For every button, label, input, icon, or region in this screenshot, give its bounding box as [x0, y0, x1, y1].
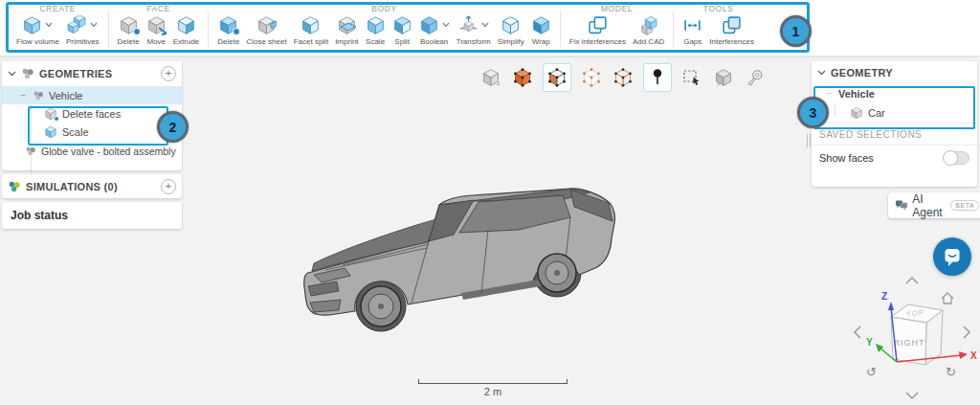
panel-resize-handle[interactable]: [807, 134, 811, 147]
rotate-up-chevron[interactable]: [906, 278, 918, 283]
close-sheet-icon: [256, 15, 277, 35]
toolbar-divider: [560, 11, 561, 47]
chevron-down-icon[interactable]: [45, 22, 53, 28]
flow-volume-button[interactable]: Flow volume: [16, 14, 59, 46]
chevron-down-icon[interactable]: [90, 22, 98, 28]
car-geometry-icon: [850, 106, 863, 120]
tree-item-vehicle-right[interactable]: ⌐ Vehicle: [812, 84, 977, 102]
group-label-model: MODEL: [569, 4, 665, 13]
simplify-icon: [501, 15, 521, 35]
show-faces-toggle[interactable]: [944, 151, 969, 165]
wrap-button[interactable]: Wrap: [531, 14, 551, 46]
rotate-ccw-icon[interactable]: ↺: [866, 365, 877, 379]
tree-item-car[interactable]: Car: [812, 102, 977, 123]
rotate-cw-icon[interactable]: ↻: [946, 365, 956, 379]
face-move-button[interactable]: Move: [146, 14, 167, 46]
primitives-button[interactable]: Primitives: [66, 14, 100, 46]
fix-interferences-button[interactable]: Fix interferences: [569, 14, 626, 46]
geometry-title: GEOMETRY: [831, 67, 971, 79]
y-axis-label: Y: [866, 337, 873, 348]
volume-select-icon[interactable]: [511, 66, 534, 89]
boolean-icon: [419, 15, 439, 35]
view-cube-right-label: RIGHT: [894, 338, 925, 348]
toggle-knob: [943, 150, 958, 166]
face-select-icon[interactable]: [543, 63, 571, 92]
callout-badge-3: 3: [797, 97, 829, 128]
tree-item-delete-faces[interactable]: Delete faces: [2, 104, 182, 123]
chevron-down-icon[interactable]: [817, 70, 826, 76]
ai-agent-label: AI Agent: [912, 192, 946, 219]
main-toolbar: CREATE Flow volume Primitives FACE: [0, 0, 980, 56]
interferences-button[interactable]: Interferences: [709, 14, 754, 46]
toolbar-group-tools: TOOLS Gaps Interferences: [676, 1, 761, 53]
add-cad-button[interactable]: Add CAD: [633, 14, 664, 46]
collapse-toggle-icon[interactable]: −: [19, 90, 28, 101]
group-label-create: CREATE: [16, 4, 100, 13]
chat-bubble-icon: [943, 247, 962, 267]
imprint-button[interactable]: Imprint: [335, 14, 358, 46]
flow-volume-icon: [22, 15, 42, 35]
front-wheel: [361, 286, 401, 326]
rear-wheel: [538, 254, 576, 292]
wrap-icon: [531, 15, 551, 35]
simulations-title: SIMULATIONS (0): [26, 181, 156, 192]
add-simulation-button[interactable]: +: [161, 179, 176, 194]
edge-select-icon[interactable]: [612, 66, 635, 89]
support-chat-button[interactable]: [933, 237, 971, 276]
boolean-button[interactable]: Boolean: [419, 14, 450, 46]
face-delete-button[interactable]: Delete: [118, 14, 140, 46]
car-3d-model[interactable]: [285, 175, 635, 344]
z-axis-label: Z: [881, 291, 887, 302]
view-cube[interactable]: TOP RIGHT: [891, 304, 943, 365]
home-view-icon[interactable]: [942, 293, 953, 304]
chevron-down-icon[interactable]: [442, 22, 450, 28]
delete-faces-icon: [44, 107, 57, 121]
simulations-icon: [8, 180, 21, 193]
scale-operation-icon: [44, 125, 57, 139]
gaps-button[interactable]: Gaps: [682, 14, 702, 46]
viewport-scale-bar: 2 m: [418, 379, 568, 397]
facet-split-button[interactable]: Facet split: [294, 14, 328, 46]
toolbar-group-model: MODEL Fix interferences Add CAD: [563, 1, 672, 53]
toolbar-divider: [208, 11, 209, 47]
chevron-down-icon[interactable]: [8, 71, 16, 77]
scale-icon: [366, 15, 386, 35]
hidden-geometry-icon[interactable]: [712, 66, 735, 89]
rotate-left-chevron[interactable]: [855, 326, 860, 338]
viewport-toolbar: [479, 62, 767, 93]
chevron-down-icon[interactable]: [481, 22, 489, 28]
body-delete-icon: [218, 15, 238, 35]
face-extrude-button[interactable]: Extrude: [173, 14, 200, 46]
add-geometry-button[interactable]: +: [161, 66, 176, 81]
toolbar-group-face: FACE Delete Move Extrude: [111, 1, 207, 53]
transform-button[interactable]: Transform: [457, 14, 491, 46]
callout-badge-2: 2: [157, 111, 189, 143]
collapse-toggle-icon[interactable]: ⌐: [825, 88, 834, 99]
simplify-button[interactable]: Simplify: [498, 14, 524, 46]
face-delete-icon: [119, 15, 139, 35]
tree-item-vehicle[interactable]: − Vehicle: [2, 86, 182, 104]
geometries-title: GEOMETRIES: [39, 68, 156, 79]
show-faces-label: Show faces: [819, 152, 874, 164]
vertex-select-icon[interactable]: [580, 66, 603, 89]
close-sheet-button[interactable]: Close sheet: [246, 14, 286, 46]
rotate-down-chevron[interactable]: [906, 393, 918, 398]
toolbar-group-body: BODY Delete Close sheet Facet split Impr…: [211, 1, 557, 53]
rotate-right-chevron[interactable]: [964, 326, 969, 338]
box-select-icon[interactable]: [680, 66, 703, 89]
split-button[interactable]: Split: [392, 14, 412, 46]
x-axis-label: X: [970, 350, 977, 361]
group-label-face: FACE: [118, 4, 200, 13]
ai-agent-button[interactable]: AI Agent BETA: [888, 192, 980, 218]
geometries-icon: [21, 67, 34, 80]
job-status-panel[interactable]: Job status: [2, 202, 182, 229]
tree-item-globe-valve[interactable]: Globe valve - bolted assembly: [2, 141, 182, 161]
probe-point-icon[interactable]: [643, 63, 672, 92]
body-select-icon[interactable]: [479, 66, 502, 89]
beta-badge: BETA: [950, 200, 979, 211]
tree-item-scale[interactable]: Scale: [2, 123, 182, 141]
body-delete-button[interactable]: Delete: [217, 14, 239, 46]
face-extrude-icon: [176, 15, 196, 35]
scale-button[interactable]: Scale: [366, 14, 386, 46]
measure-icon[interactable]: [744, 66, 767, 89]
